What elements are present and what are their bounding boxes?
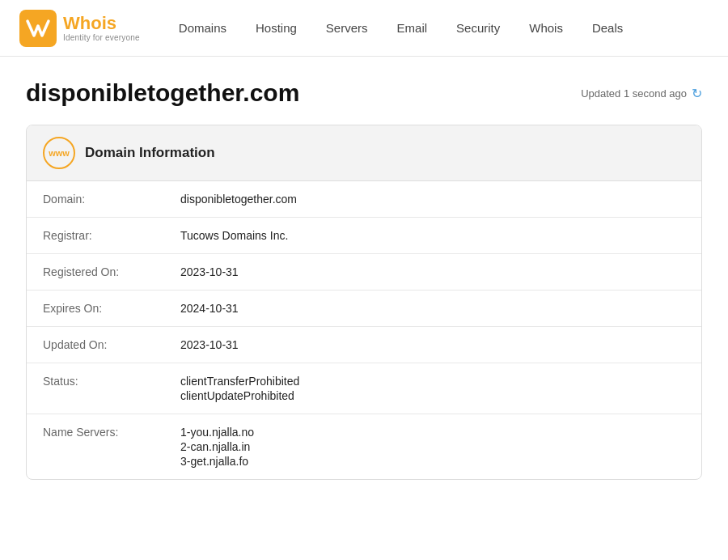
domain-title: disponibletogether.com: [26, 79, 299, 107]
card-header: www Domain Information: [27, 125, 701, 181]
row-label: Updated On:: [27, 327, 164, 363]
logo-text-group: Whois Identity for everyone: [63, 14, 140, 42]
row-label: Registrar:: [27, 218, 164, 254]
row-value: disponibletogether.com: [164, 181, 701, 218]
row-label: Expires On:: [27, 291, 164, 327]
refresh-icon[interactable]: ↻: [692, 86, 702, 101]
table-row: Status:clientTransferProhibitedclientUpd…: [27, 363, 701, 414]
row-value-item: 1-you.njalla.no: [180, 426, 685, 439]
row-label: Registered On:: [27, 254, 164, 291]
row-value: clientTransferProhibitedclientUpdateProh…: [164, 363, 701, 414]
logo-icon: [19, 10, 57, 47]
row-value: 2024-10-31: [164, 291, 701, 327]
row-label: Status:: [27, 363, 164, 414]
row-value: Tucows Domains Inc.: [164, 218, 701, 254]
row-label: Name Servers:: [27, 414, 164, 480]
updated-info: Updated 1 second ago ↻: [581, 86, 702, 101]
row-value: 2023-10-31: [164, 254, 701, 291]
updated-text: Updated 1 second ago: [581, 87, 687, 100]
main-content: disponibletogether.com Updated 1 second …: [0, 57, 728, 506]
header: Whois Identity for everyone DomainsHosti…: [0, 0, 728, 57]
table-row: Updated On:2023-10-31: [27, 327, 701, 363]
table-row: Expires On:2024-10-31: [27, 291, 701, 327]
nav-item-hosting[interactable]: Hosting: [243, 15, 310, 41]
table-row: Registered On:2023-10-31: [27, 254, 701, 291]
row-value-item: clientUpdateProhibited: [180, 389, 685, 402]
nav-item-servers[interactable]: Servers: [313, 15, 381, 41]
row-label: Domain:: [27, 181, 164, 218]
card-title: Domain Information: [85, 145, 215, 161]
domain-header: disponibletogether.com Updated 1 second …: [26, 79, 702, 107]
logo-whois-text: Whois: [63, 14, 140, 33]
row-value: 2023-10-31: [164, 327, 701, 363]
nav-item-domains[interactable]: Domains: [166, 15, 239, 41]
nav-item-deals[interactable]: Deals: [579, 15, 636, 41]
row-value-item: 3-get.njalla.fo: [180, 455, 685, 468]
main-nav: DomainsHostingServersEmailSecurityWhoisD…: [166, 15, 636, 41]
domain-card: www Domain Information Domain:disponible…: [26, 125, 702, 480]
www-icon: www: [43, 137, 75, 169]
nav-item-security[interactable]: Security: [443, 15, 513, 41]
row-value-item: clientTransferProhibited: [180, 375, 685, 388]
logo-tagline-text: Identity for everyone: [63, 33, 140, 42]
table-row: Domain:disponibletogether.com: [27, 181, 701, 218]
nav-item-whois[interactable]: Whois: [516, 15, 576, 41]
nav-item-email[interactable]: Email: [384, 15, 441, 41]
row-value-item: 2-can.njalla.in: [180, 440, 685, 453]
table-row: Name Servers:1-you.njalla.no2-can.njalla…: [27, 414, 701, 480]
info-table: Domain:disponibletogether.comRegistrar:T…: [27, 181, 701, 479]
logo-area: Whois Identity for everyone: [19, 10, 140, 47]
row-value: 1-you.njalla.no2-can.njalla.in3-get.njal…: [164, 414, 701, 480]
table-row: Registrar:Tucows Domains Inc.: [27, 218, 701, 254]
